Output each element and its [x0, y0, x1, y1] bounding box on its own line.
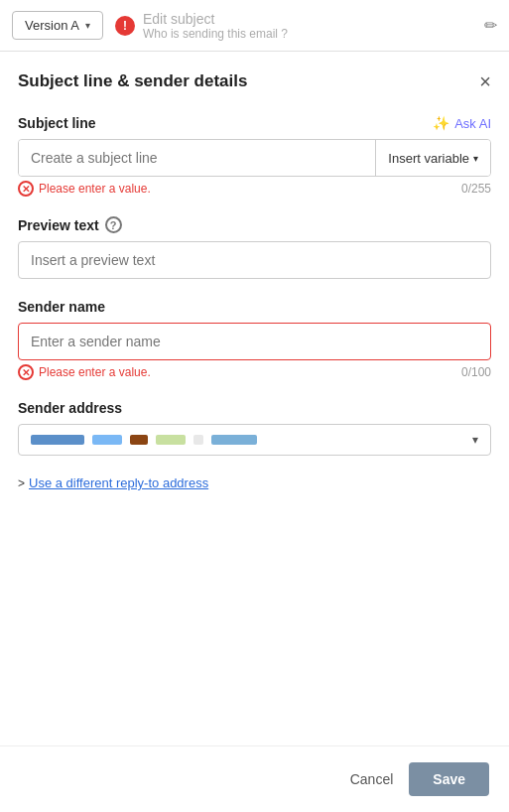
- subject-line-input-row: Insert variable ▾: [18, 139, 491, 177]
- insert-variable-label: Insert variable: [388, 151, 469, 166]
- panel: Subject line & sender details × Subject …: [0, 52, 509, 812]
- subject-line-label: Subject line: [18, 115, 96, 131]
- sender-name-label-row: Sender name: [18, 299, 491, 315]
- sender-name-error-text: Please enter a value.: [39, 365, 151, 379]
- preview-text-section: Preview text ?: [18, 216, 491, 279]
- reply-to-chevron-icon: >: [18, 476, 25, 490]
- edit-subject-label: Edit subject: [143, 11, 288, 27]
- pencil-icon: ✏: [484, 17, 497, 34]
- sender-address-label: Sender address: [18, 400, 122, 416]
- sender-name-error-msg: ✕ Please enter a value.: [18, 364, 151, 380]
- subject-char-count: 0/255: [461, 182, 491, 196]
- subject-line-input[interactable]: [19, 140, 375, 176]
- ask-ai-button[interactable]: ✨ Ask AI: [433, 115, 491, 131]
- preview-text-input[interactable]: [18, 241, 491, 279]
- sender-name-section: Sender name ✕ Please enter a value. 0/10…: [18, 299, 491, 380]
- error-icon: !: [115, 16, 135, 36]
- save-button[interactable]: Save: [409, 762, 489, 796]
- sender-address-content: [31, 435, 472, 445]
- reply-to-row: > Use a different reply-to address: [18, 475, 491, 490]
- subject-error-row: ✕ Please enter a value. 0/255: [18, 181, 491, 197]
- top-bar-center: ! Edit subject Who is sending this email…: [115, 11, 472, 41]
- ask-ai-icon: ✨: [433, 115, 449, 131]
- preview-label-row: Preview text ?: [18, 216, 491, 233]
- edit-subject-group: Edit subject Who is sending this email ?: [143, 11, 288, 41]
- close-icon: ×: [479, 70, 491, 92]
- version-button[interactable]: Version A ▾: [12, 11, 103, 40]
- subject-error-text: Please enter a value.: [39, 182, 151, 196]
- pencil-button[interactable]: ✏: [484, 16, 497, 35]
- panel-footer: Cancel Save: [0, 745, 509, 812]
- subject-line-section: Subject line ✨ Ask AI Insert variable ▾ …: [18, 115, 491, 197]
- sender-address-select[interactable]: ▾: [18, 424, 491, 456]
- version-chevron-icon: ▾: [85, 20, 90, 31]
- preview-help-icon: ?: [105, 216, 122, 233]
- sender-name-input[interactable]: [18, 323, 491, 360]
- sender-address-label-row: Sender address: [18, 400, 491, 416]
- sender-address-section: Sender address ▾: [18, 400, 491, 456]
- preview-text-label: Preview text: [18, 217, 99, 233]
- panel-header: Subject line & sender details ×: [18, 71, 491, 91]
- sender-address-chevron-icon: ▾: [472, 433, 478, 447]
- version-label: Version A: [25, 18, 79, 33]
- insert-variable-button[interactable]: Insert variable ▾: [375, 140, 490, 176]
- subject-line-label-row: Subject line ✨ Ask AI: [18, 115, 491, 131]
- ask-ai-label: Ask AI: [454, 116, 491, 131]
- subject-error-msg: ✕ Please enter a value.: [18, 181, 151, 197]
- who-sending-label: Who is sending this email ?: [143, 27, 288, 41]
- sender-name-label: Sender name: [18, 299, 105, 315]
- reply-to-link[interactable]: Use a different reply-to address: [29, 475, 208, 490]
- sender-name-char-count: 0/100: [461, 365, 491, 379]
- insert-variable-chevron-icon: ▾: [473, 153, 478, 164]
- top-bar: Version A ▾ ! Edit subject Who is sendin…: [0, 0, 509, 52]
- panel-title: Subject line & sender details: [18, 71, 247, 91]
- sender-name-error-row: ✕ Please enter a value. 0/100: [18, 364, 491, 380]
- subject-error-circle-icon: ✕: [18, 181, 34, 197]
- sender-name-error-icon: ✕: [18, 364, 34, 380]
- close-button[interactable]: ×: [479, 71, 491, 91]
- cancel-button[interactable]: Cancel: [350, 771, 394, 787]
